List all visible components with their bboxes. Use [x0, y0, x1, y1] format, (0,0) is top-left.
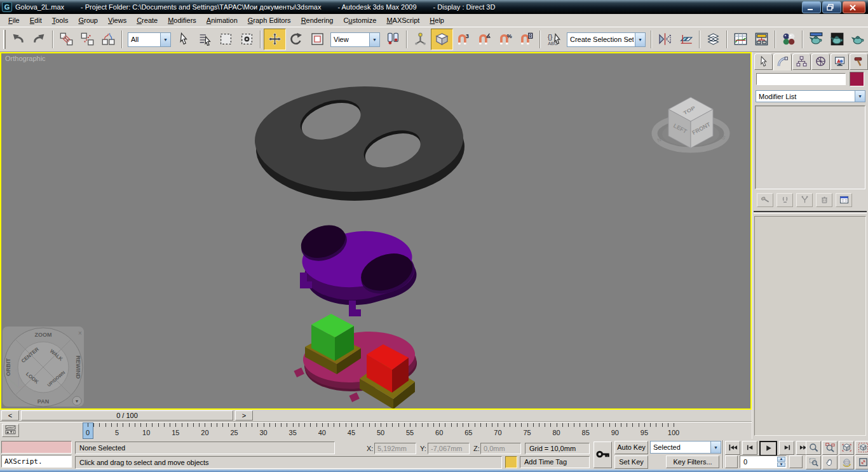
key-filters-button[interactable]: Key Filters... — [666, 455, 719, 468]
zoom-all-button[interactable] — [822, 441, 837, 455]
configure-modifier-sets-button[interactable] — [836, 193, 852, 207]
steering-wheel[interactable]: ZOOM REWIND PAN ORBIT CENTER WALK LOOK U… — [3, 327, 84, 407]
viewport-label[interactable]: Orthographic — [5, 55, 46, 62]
selection-filter-dropdown[interactable]: All▼ — [128, 32, 171, 47]
key-mode-dropdown[interactable]: Selected ▼ — [650, 441, 721, 454]
zoom-region-button[interactable] — [806, 455, 821, 469]
select-and-move-button[interactable] — [264, 29, 286, 50]
z-coordinate-field[interactable]: 0,0mm — [480, 443, 521, 454]
key-mode-toggle-button[interactable] — [725, 455, 738, 468]
menu-file[interactable]: File — [3, 15, 25, 25]
align-button[interactable] — [675, 29, 696, 50]
modifier-list-dropdown[interactable]: Modifier List ▼ — [756, 90, 865, 102]
menu-customize[interactable]: Customize — [338, 15, 381, 25]
bind-to-space-warp-button[interactable] — [98, 29, 119, 50]
modifier-list-arrow-icon[interactable]: ▼ — [855, 91, 865, 102]
wheel-zoom[interactable]: ZOOM — [35, 332, 52, 338]
make-unique-button[interactable] — [796, 193, 813, 207]
pin-stack-button[interactable] — [757, 193, 773, 207]
mirror-button[interactable] — [654, 29, 675, 50]
go-to-start-button[interactable] — [725, 441, 740, 455]
material-editor-button[interactable] — [778, 29, 799, 50]
maxscript-macro-recorder-pane[interactable] — [1, 441, 72, 454]
remove-modifier-button[interactable] — [816, 193, 832, 207]
play-animation-button[interactable] — [759, 441, 777, 456]
key-mode-arrow-icon[interactable]: ▼ — [710, 442, 721, 453]
wheel-rewind[interactable]: REWIND — [75, 356, 81, 379]
wheel-orbit[interactable]: ORBIT — [5, 358, 11, 377]
select-object-button[interactable] — [173, 29, 194, 50]
menu-create[interactable]: Create — [132, 15, 163, 25]
percent-snap-toggle-button[interactable]: % — [495, 29, 516, 50]
reference-coordinate-system-arrow-icon[interactable]: ▼ — [369, 33, 379, 46]
unlink-selection-button[interactable] — [77, 29, 98, 50]
zoom-button[interactable] — [806, 441, 821, 455]
x-coordinate-field[interactable]: 5,192mm — [374, 443, 416, 454]
reference-coordinate-system-dropdown[interactable]: View▼ — [330, 32, 380, 47]
absolute-offset-toggle[interactable] — [353, 443, 364, 454]
toolbar-drag-handle[interactable] — [3, 30, 6, 49]
edit-named-selection-sets-button[interactable]: {}ABC — [543, 29, 564, 50]
tab-motion[interactable] — [811, 53, 830, 70]
spinner-down-icon[interactable]: ▼ — [777, 462, 785, 468]
angle-snap-toggle-button[interactable] — [474, 29, 495, 50]
current-frame-field[interactable]: 0 ▲▼ — [740, 455, 787, 468]
y-coordinate-field[interactable]: -7,067mm — [428, 443, 470, 454]
select-and-rotate-button[interactable] — [286, 29, 307, 50]
menu-help[interactable]: Help — [424, 15, 449, 25]
rendered-frame-window-button[interactable] — [827, 29, 848, 50]
open-mini-curve-editor-button[interactable] — [2, 424, 19, 437]
orbit-button[interactable] — [839, 455, 854, 469]
time-slider-handle[interactable]: 0 / 100 — [21, 410, 233, 421]
menu-rendering[interactable]: Rendering — [296, 15, 339, 25]
undo-button[interactable] — [8, 29, 29, 50]
add-time-tag[interactable]: Add Time Tag — [520, 456, 590, 468]
menu-tools[interactable]: Tools — [47, 15, 74, 25]
default-tangent-button[interactable] — [650, 455, 663, 468]
schematic-view-button[interactable] — [751, 29, 772, 50]
tab-create[interactable] — [754, 53, 773, 70]
previous-frame-button[interactable] — [742, 441, 757, 455]
purple-spacer[interactable] — [286, 219, 433, 316]
curve-editor-button[interactable] — [730, 29, 751, 50]
object-name-field[interactable] — [756, 73, 846, 85]
select-and-scale-button[interactable] — [307, 29, 328, 50]
menu-modifiers[interactable]: Modifiers — [163, 15, 201, 25]
menu-edit[interactable]: Edit — [25, 15, 47, 25]
selection-filter-arrow-icon[interactable]: ▼ — [160, 33, 170, 46]
redo-button[interactable] — [29, 29, 50, 50]
viewcube[interactable]: N S TOP LEFT FRONT — [654, 97, 727, 150]
menu-animation[interactable]: Animation — [201, 15, 243, 25]
close-button[interactable] — [843, 1, 865, 13]
tab-modify[interactable] — [773, 53, 792, 71]
pan-button[interactable] — [822, 455, 837, 469]
spinner-up-icon[interactable]: ▲ — [777, 457, 785, 462]
quick-render-button[interactable] — [848, 29, 868, 50]
maximize-viewport-button[interactable] — [855, 455, 868, 469]
select-by-name-button[interactable] — [194, 29, 215, 50]
named-selection-set-arrow-icon[interactable]: ▼ — [635, 33, 645, 46]
adaptive-degradation-toggle[interactable] — [505, 456, 517, 468]
render-setup-button[interactable] — [806, 29, 827, 50]
menu-group[interactable]: Group — [73, 15, 103, 25]
wheel-pan[interactable]: PAN — [37, 398, 49, 405]
auto-key-button[interactable]: Auto Key — [614, 441, 648, 454]
window-crossing-toggle-button[interactable] — [236, 29, 257, 50]
rectangular-selection-region-button[interactable] — [215, 29, 236, 50]
select-and-manipulate-button[interactable] — [410, 29, 431, 50]
named-selection-set-dropdown[interactable]: Create Selection Set▼ — [567, 32, 646, 47]
layer-manager-button[interactable] — [703, 29, 724, 50]
restore-button[interactable] — [822, 1, 841, 13]
snap-3d-button[interactable]: 3 — [453, 29, 474, 50]
set-keys-button[interactable] — [593, 442, 612, 468]
show-end-result-button[interactable] — [776, 193, 793, 207]
time-configuration-button[interactable] — [789, 455, 803, 468]
zoom-extents-all-button[interactable] — [855, 441, 868, 455]
menu-graph-editors[interactable]: Graph Editors — [243, 15, 296, 25]
use-pivot-point-center-button[interactable] — [383, 29, 403, 50]
zoom-extents-button[interactable] — [839, 441, 854, 455]
menu-maxscript[interactable]: MAXScript — [381, 15, 424, 25]
tab-utilities[interactable] — [850, 53, 868, 70]
snaps-toggle-button[interactable] — [431, 29, 453, 50]
object-color-swatch[interactable] — [850, 72, 864, 86]
